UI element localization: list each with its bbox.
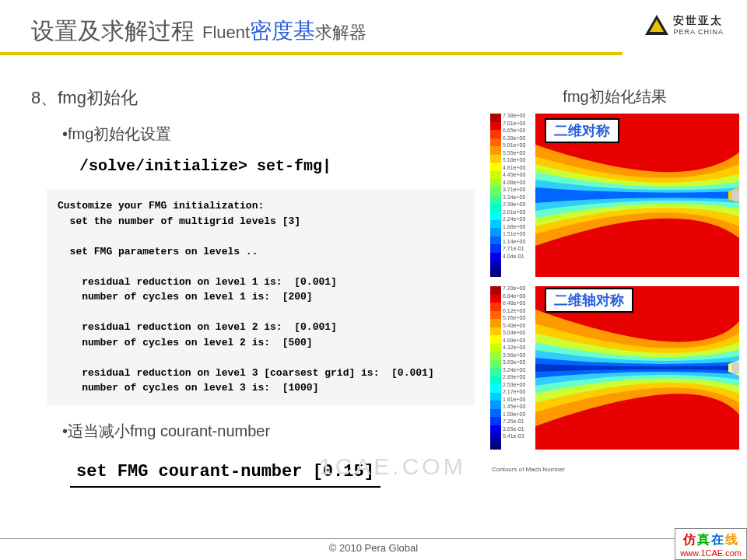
bullet-fmg-setting: •fmg初始化设置 [62,124,475,145]
colorbar-2 [490,286,501,450]
corner-char-3: 在 [711,533,725,546]
code-block: Customize your FMG initialization: set t… [47,189,475,405]
result-title: fmg初始化结果 [490,86,739,107]
footer-copyright: © 2010 Pera Global [0,538,747,554]
command-box-1: /solve/initialize> set-fmg| [70,151,341,181]
colorbar-values-1: 7.38e+007.01e+006.65e+006.28e+005.91e+00… [503,112,525,260]
colorbar-1 [490,114,501,277]
command-box-2: set FMG courant-number [0.15] [70,457,381,488]
logo-text-cn: 安世亚太 [673,14,724,28]
title-main: 设置及求解过程 [31,16,195,47]
corner-char-4: 线 [725,533,739,546]
right-column: fmg初始化结果 7.38e+007.01e+006.65e+006.28e+0… [490,86,739,488]
plot-caption: Contours of Mach Number [492,466,565,473]
corner-badge: 仿真在线 www.1CAE.com [675,528,747,560]
logo-icon [645,15,668,35]
corner-char-2: 真 [697,533,711,546]
title-sub-prefix: Fluent [202,23,250,42]
content: 8、fmg初始化 •fmg初始化设置 /solve/initialize> se… [0,55,747,488]
plot-label-1: 二维对称 [545,118,619,143]
plot-area: 7.38e+007.01e+006.65e+006.28e+005.91e+00… [490,110,739,476]
section-number: 8、fmg初始化 [31,86,475,110]
title-sub: Fluent密度基求解器 [202,16,366,46]
colorbar-values-2: 7.20e+006.84e+006.48e+006.12e+005.76e+00… [503,285,525,440]
logo: 安世亚太 PERA CHINA [645,14,724,36]
corner-url: www.1CAE.com [680,548,742,558]
bullet-courant: •适当减小fmg courant-number [62,421,475,442]
plot-label-2: 二维轴对称 [545,288,633,313]
title-bar: 设置及求解过程 Fluent密度基求解器 [0,0,747,47]
title-sub-suffix: 求解器 [315,23,366,42]
title-sub-blue: 密度基 [250,19,315,43]
corner-char-1: 仿 [683,533,697,546]
logo-text-en: PERA CHINA [673,28,724,36]
left-column: 8、fmg初始化 •fmg初始化设置 /solve/initialize> se… [31,86,475,488]
